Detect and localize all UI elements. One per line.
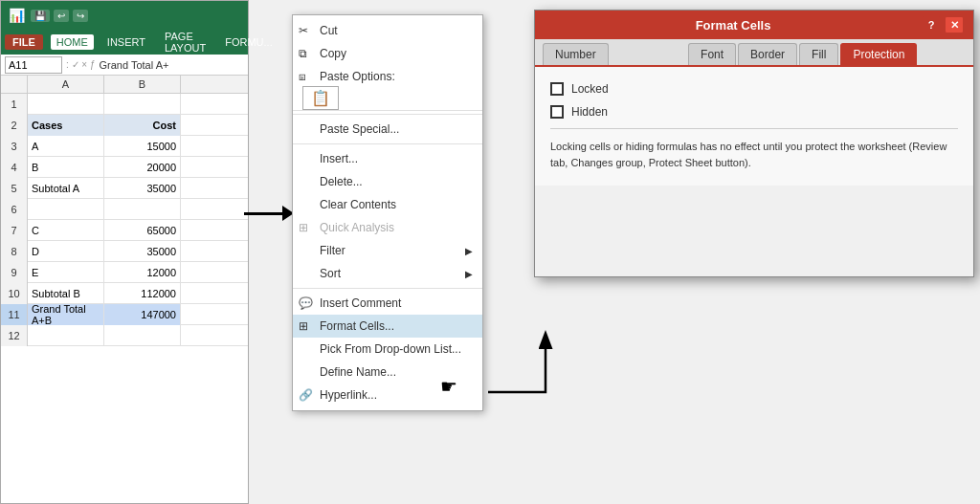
undo-icon[interactable]: ↩ <box>54 10 69 22</box>
tab-file[interactable]: FILE <box>5 34 43 50</box>
menu-item-insert-comment-label: Insert Comment <box>320 296 401 310</box>
menu-item-cut[interactable]: ✂ Cut <box>293 19 482 42</box>
locked-checkbox[interactable] <box>550 82 564 96</box>
row-num-header <box>1 76 28 93</box>
menu-item-sort[interactable]: Sort ▶ <box>293 262 482 285</box>
row-num-2: 2 <box>1 115 28 136</box>
menu-item-hyperlink[interactable]: 🔗 Hyperlink... <box>293 383 482 406</box>
col-header-a: A <box>28 76 104 93</box>
paste-clipboard-icon: 📋 <box>302 86 339 110</box>
cell-6b[interactable] <box>104 199 181 220</box>
save-icon[interactable]: 💾 <box>31 10 50 22</box>
format-cells-dialog: Format Cells ? ✕ Number Alignment Font B… <box>534 10 974 277</box>
table-row: 11 Grand Total A+B 147000 <box>1 304 248 325</box>
cell-7a[interactable]: C <box>28 220 104 241</box>
cell-8b[interactable]: 35000 <box>104 241 181 262</box>
row-num-7: 7 <box>1 220 28 241</box>
tab-home[interactable]: HOME <box>51 34 94 50</box>
tab-protection[interactable]: Protection <box>840 43 917 65</box>
cell-1b[interactable] <box>104 94 181 115</box>
table-row: 7 C 65000 <box>1 220 248 241</box>
table-row: 5 Subtotal A 35000 <box>1 178 248 199</box>
row-num-5: 5 <box>1 178 28 199</box>
hidden-row: Hidden <box>550 105 958 119</box>
dialog-title: Format Cells <box>545 18 922 33</box>
name-box[interactable]: A11 <box>5 56 62 74</box>
menu-item-paste-special[interactable]: Paste Special... <box>293 118 482 141</box>
row-num-9: 9 <box>1 262 28 283</box>
menu-item-hyperlink-label: Hyperlink... <box>320 388 377 402</box>
table-row: 6 <box>1 199 248 220</box>
menu-item-copy[interactable]: ⧉ Copy <box>293 42 482 65</box>
hidden-checkbox[interactable] <box>550 105 564 119</box>
quick-analysis-icon: ⊞ <box>299 221 308 234</box>
cell-8a[interactable]: D <box>28 241 104 262</box>
context-menu: ✂ Cut ⧉ Copy ⧆ Paste Options: 📋 Paste Sp… <box>292 14 483 411</box>
menu-item-clear-contents[interactable]: Clear Contents <box>293 193 482 216</box>
table-row: 10 Subtotal B 112000 <box>1 283 248 304</box>
cell-11a[interactable]: Grand Total A+B <box>28 304 104 325</box>
cell-9a[interactable]: E <box>28 262 104 283</box>
cell-10b[interactable]: 112000 <box>104 283 181 304</box>
menu-item-insert[interactable]: Insert... <box>293 147 482 170</box>
row-num-6: 6 <box>1 199 28 220</box>
cell-10a[interactable]: Subtotal B <box>28 283 104 304</box>
tab-number[interactable]: Number <box>543 43 609 65</box>
separator-1 <box>293 114 482 115</box>
cell-1a[interactable] <box>28 94 104 115</box>
sort-submenu-arrow: ▶ <box>465 269 473 279</box>
cell-3b[interactable]: 15000 <box>104 136 181 157</box>
menu-item-filter[interactable]: Filter ▶ <box>293 239 482 262</box>
tab-border[interactable]: Border <box>738 43 797 65</box>
cell-5a[interactable]: Subtotal A <box>28 178 104 199</box>
excel-icon: 📊 <box>9 8 25 23</box>
menu-item-define-name[interactable]: Define Name... <box>293 361 482 383</box>
menu-item-paste-box[interactable]: 📋 <box>293 88 482 111</box>
cell-4b[interactable]: 20000 <box>104 157 181 178</box>
hyperlink-icon: 🔗 <box>299 388 313 402</box>
cell-2a[interactable]: Cases <box>28 115 104 136</box>
row-num-10: 10 <box>1 283 28 304</box>
cell-11b[interactable]: 147000 <box>104 304 181 325</box>
cell-5b[interactable]: 35000 <box>104 178 181 199</box>
dialog-titlebar-buttons: ? ✕ <box>922 16 964 33</box>
menu-item-copy-label: Copy <box>320 47 346 60</box>
dialog-info-text: Locking cells or hiding formulas has no … <box>550 128 958 170</box>
dialog-help-button[interactable]: ? <box>922 16 941 33</box>
arrow-indicator <box>244 206 294 221</box>
formula-bar: A11 : ✓ × ƒ Grand Total A+ <box>1 55 248 76</box>
cell-4a[interactable]: B <box>28 157 104 178</box>
cell-12a[interactable] <box>28 325 104 346</box>
dialog-close-button[interactable]: ✕ <box>945 16 964 33</box>
tab-formulas[interactable]: FORMU... <box>219 34 278 50</box>
menu-item-pick-dropdown[interactable]: Pick From Drop-down List... <box>293 338 482 361</box>
comment-icon: 💬 <box>299 296 313 310</box>
menu-item-paste-options-label: Paste Options: <box>320 70 395 83</box>
cell-3a[interactable]: A <box>28 136 104 157</box>
formula-separator: : ✓ × ƒ <box>66 59 96 70</box>
menu-item-clear-contents-label: Clear Contents <box>320 198 396 211</box>
menu-item-delete[interactable]: Delete... <box>293 170 482 193</box>
locked-row: Locked <box>550 82 958 96</box>
cell-6a[interactable] <box>28 199 104 220</box>
menu-item-quick-analysis[interactable]: ⊞ Quick Analysis <box>293 216 482 239</box>
cell-12b[interactable] <box>104 325 181 346</box>
menu-item-insert-comment[interactable]: 💬 Insert Comment <box>293 292 482 315</box>
menu-item-cut-label: Cut <box>320 24 338 37</box>
menu-item-insert-label: Insert... <box>320 152 358 165</box>
cell-7b[interactable]: 65000 <box>104 220 181 241</box>
tab-font[interactable]: Font <box>688 43 736 65</box>
menu-item-paste-options[interactable]: ⧆ Paste Options: <box>293 65 482 88</box>
excel-window: 📊 💾 ↩ ↪ FILE HOME INSERT PAGE LAYOUT FOR… <box>0 0 249 504</box>
tab-fill[interactable]: Fill <box>799 43 838 65</box>
menu-item-format-cells[interactable]: ⊞ Format Cells... <box>293 315 482 338</box>
cut-icon: ✂ <box>299 24 308 37</box>
table-row: 1 <box>1 94 248 115</box>
cell-2b[interactable]: Cost <box>104 115 181 136</box>
format-cells-icon: ⊞ <box>299 319 308 333</box>
redo-icon[interactable]: ↪ <box>73 10 88 22</box>
row-num-11: 11 <box>1 304 28 325</box>
tab-page-layout[interactable]: PAGE LAYOUT <box>159 29 212 55</box>
tab-insert[interactable]: INSERT <box>101 34 151 50</box>
cell-9b[interactable]: 12000 <box>104 262 181 283</box>
